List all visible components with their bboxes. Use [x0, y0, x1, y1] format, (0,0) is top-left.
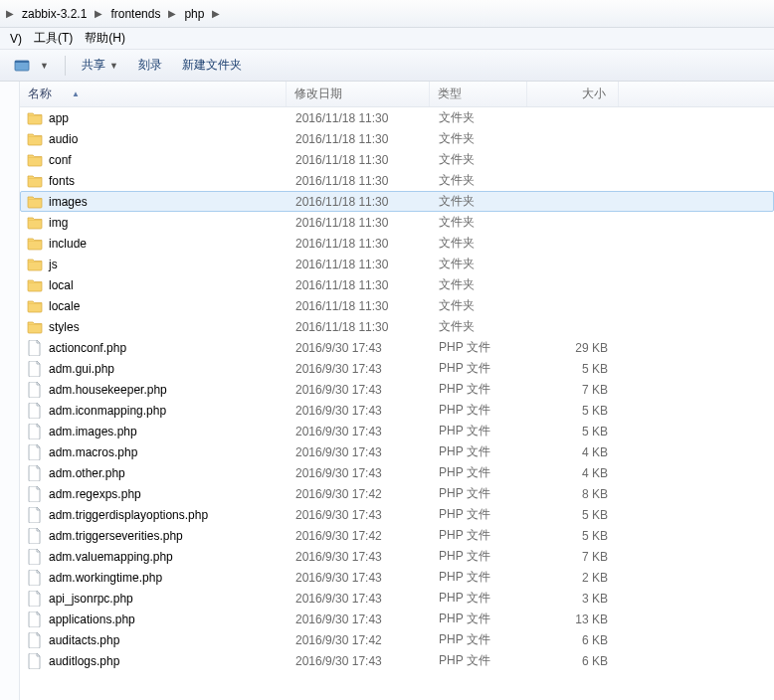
file-type: 文件夹 [431, 214, 528, 231]
file-name: adm.macros.php [49, 445, 137, 459]
folder-row[interactable]: images2016/11/18 11:30文件夹 [20, 191, 774, 212]
file-name: adm.iconmapping.php [49, 404, 166, 418]
file-icon [27, 549, 43, 565]
file-name: fonts [49, 174, 75, 188]
breadcrumb-item[interactable]: zabbix-3.2.1 [16, 3, 93, 25]
file-name: audio [49, 132, 78, 146]
file-name: adm.valuemapping.php [49, 550, 173, 564]
file-name: adm.images.php [49, 425, 137, 438]
file-row[interactable]: adm.regexps.php2016/9/30 17:42PHP 文件8 KB [20, 483, 774, 504]
file-name: auditlogs.php [49, 654, 119, 668]
file-date: 2016/11/18 11:30 [288, 320, 431, 334]
file-icon [27, 465, 43, 481]
folder-icon [27, 319, 43, 335]
file-date: 2016/9/30 17:43 [288, 383, 431, 397]
menu-view[interactable]: V) [4, 32, 28, 46]
file-row[interactable]: auditacts.php2016/9/30 17:42PHP 文件6 KB [20, 629, 774, 650]
file-type: PHP 文件 [431, 548, 528, 565]
file-name: images [49, 195, 88, 209]
breadcrumb-item[interactable]: frontends [104, 3, 166, 25]
toolbar-label: 共享 [82, 57, 105, 74]
toolbar-label: 新建文件夹 [182, 57, 242, 74]
folder-row[interactable]: audio2016/11/18 11:30文件夹 [20, 128, 774, 149]
column-header-type[interactable]: 类型 [430, 82, 527, 106]
breadcrumb[interactable]: ▶ zabbix-3.2.1 ▶ frontends ▶ php ▶ [0, 0, 774, 28]
folder-row[interactable]: conf2016/11/18 11:30文件夹 [20, 149, 774, 170]
file-icon [27, 444, 43, 460]
file-size: 5 KB [528, 508, 620, 522]
column-header-size[interactable]: 大小 [527, 82, 619, 106]
menubar: V) 工具(T) 帮助(H) [0, 28, 774, 50]
separator [65, 56, 66, 76]
menu-help[interactable]: 帮助(H) [79, 30, 131, 47]
file-date: 2016/11/18 11:30 [288, 216, 431, 230]
folder-row[interactable]: include2016/11/18 11:30文件夹 [20, 233, 774, 254]
file-icon [27, 653, 43, 669]
folder-icon [27, 277, 43, 293]
file-name: local [49, 278, 74, 292]
file-row[interactable]: adm.iconmapping.php2016/9/30 17:43PHP 文件… [20, 400, 774, 421]
file-date: 2016/11/18 11:30 [288, 299, 431, 313]
new-folder-button[interactable]: 新建文件夹 [174, 55, 250, 76]
file-icon [27, 591, 43, 607]
file-row[interactable]: adm.workingtime.php2016/9/30 17:43PHP 文件… [20, 567, 774, 588]
file-type: 文件夹 [431, 151, 528, 168]
file-row[interactable]: applications.php2016/9/30 17:43PHP 文件13 … [20, 609, 774, 629]
file-row[interactable]: adm.triggerseverities.php2016/9/30 17:42… [20, 525, 774, 546]
file-icon [27, 340, 43, 356]
file-date: 2016/9/30 17:43 [288, 466, 431, 480]
folder-row[interactable]: js2016/11/18 11:30文件夹 [20, 254, 774, 274]
file-date: 2016/11/18 11:30 [288, 258, 431, 271]
toolbar-label: 刻录 [138, 57, 162, 74]
file-size: 4 KB [528, 445, 620, 459]
file-size: 4 KB [528, 466, 620, 480]
organize-button[interactable]: ▼ [6, 56, 57, 76]
column-header-row: 名称 ▲ 修改日期 类型 大小 [20, 82, 774, 107]
file-name: adm.triggerdisplayoptions.php [49, 508, 208, 522]
file-row[interactable]: adm.macros.php2016/9/30 17:43PHP 文件4 KB [20, 441, 774, 462]
menu-tools[interactable]: 工具(T) [28, 30, 79, 47]
file-size: 5 KB [528, 529, 620, 543]
file-type: PHP 文件 [431, 464, 528, 481]
file-row[interactable]: adm.triggerdisplayoptions.php2016/9/30 1… [20, 504, 774, 525]
breadcrumb-item[interactable]: php [178, 3, 210, 25]
chevron-right-icon: ▶ [93, 8, 104, 19]
folder-row[interactable]: local2016/11/18 11:30文件夹 [20, 274, 774, 295]
file-size: 13 KB [528, 612, 620, 626]
folder-icon [27, 173, 43, 189]
file-list[interactable]: 名称 ▲ 修改日期 类型 大小 app2016/11/18 11:30文件夹au… [20, 82, 774, 700]
folder-row[interactable]: img2016/11/18 11:30文件夹 [20, 212, 774, 233]
sort-asc-icon: ▲ [72, 89, 80, 98]
folder-row[interactable]: fonts2016/11/18 11:30文件夹 [20, 170, 774, 191]
share-button[interactable]: 共享 ▼ [74, 55, 126, 76]
folder-row[interactable]: locale2016/11/18 11:30文件夹 [20, 295, 774, 316]
file-date: 2016/9/30 17:43 [288, 571, 431, 585]
folder-row[interactable]: styles2016/11/18 11:30文件夹 [20, 316, 774, 337]
file-row[interactable]: api_jsonrpc.php2016/9/30 17:43PHP 文件3 KB [20, 588, 774, 609]
file-size: 5 KB [528, 425, 620, 438]
burn-button[interactable]: 刻录 [130, 55, 170, 76]
file-date: 2016/11/18 11:30 [288, 132, 431, 146]
file-size: 29 KB [528, 341, 620, 355]
column-header-name[interactable]: 名称 ▲ [20, 82, 287, 106]
file-icon [27, 612, 43, 627]
file-row[interactable]: adm.other.php2016/9/30 17:43PHP 文件4 KB [20, 462, 774, 483]
file-row[interactable]: adm.valuemapping.php2016/9/30 17:43PHP 文… [20, 546, 774, 567]
file-type: 文件夹 [431, 193, 528, 210]
file-date: 2016/9/30 17:43 [288, 425, 431, 438]
file-name: adm.other.php [49, 466, 125, 480]
file-type: PHP 文件 [431, 569, 528, 586]
file-row[interactable]: actionconf.php2016/9/30 17:43PHP 文件29 KB [20, 337, 774, 358]
file-date: 2016/9/30 17:43 [288, 550, 431, 564]
file-row[interactable]: adm.housekeeper.php2016/9/30 17:43PHP 文件… [20, 379, 774, 400]
file-row[interactable]: adm.gui.php2016/9/30 17:43PHP 文件5 KB [20, 358, 774, 379]
folder-row[interactable]: app2016/11/18 11:30文件夹 [20, 107, 774, 128]
folder-icon [27, 194, 43, 210]
file-row[interactable]: adm.images.php2016/9/30 17:43PHP 文件5 KB [20, 421, 774, 441]
file-name: include [49, 237, 87, 251]
file-icon [27, 507, 43, 523]
file-row[interactable]: auditlogs.php2016/9/30 17:43PHP 文件6 KB [20, 650, 774, 671]
file-date: 2016/11/18 11:30 [288, 195, 431, 209]
file-type: PHP 文件 [431, 381, 528, 398]
column-header-date[interactable]: 修改日期 [287, 82, 430, 106]
